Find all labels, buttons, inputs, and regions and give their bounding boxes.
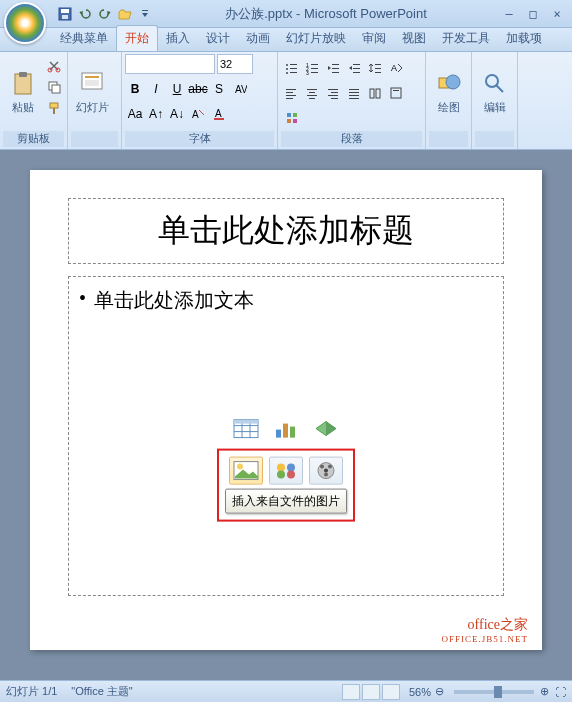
svg-rect-10 — [50, 103, 58, 108]
align-text-icon[interactable] — [386, 83, 406, 103]
insert-smartart-icon[interactable] — [309, 415, 343, 443]
italic-icon[interactable]: I — [146, 79, 166, 99]
title-placeholder[interactable]: 单击此处添加标题 — [68, 198, 504, 264]
tab-review[interactable]: 审阅 — [354, 26, 394, 51]
fit-window-icon[interactable]: ⛶ — [555, 686, 566, 698]
svg-rect-37 — [375, 64, 381, 65]
tab-view[interactable]: 视图 — [394, 26, 434, 51]
minimize-button[interactable]: – — [498, 5, 520, 23]
underline-icon[interactable]: U — [167, 79, 187, 99]
undo-icon[interactable] — [76, 5, 94, 23]
line-spacing-icon[interactable] — [365, 58, 385, 78]
text-direction-icon[interactable]: A — [386, 58, 406, 78]
drawing-button[interactable]: 绘图 — [429, 54, 468, 131]
insert-picture-icon[interactable] — [229, 457, 263, 485]
slideshow-view-icon[interactable] — [382, 684, 400, 700]
justify-icon[interactable] — [344, 83, 364, 103]
slide-canvas[interactable]: 单击此处添加标题 单击此处添加文本 插入来自文件的图片 — [30, 170, 542, 650]
decrease-indent-icon[interactable] — [323, 58, 343, 78]
svg-rect-3 — [142, 10, 148, 11]
svg-rect-55 — [349, 95, 359, 96]
convert-smartart-icon[interactable] — [281, 108, 303, 128]
svg-rect-31 — [332, 64, 339, 65]
new-slide-button[interactable]: 幻灯片 — [71, 54, 113, 131]
svg-rect-13 — [85, 76, 99, 78]
font-size-combo[interactable] — [217, 54, 253, 74]
ribbon-tabs: 经典菜单 开始 插入 设计 动画 幻灯片放映 审阅 视图 开发工具 加载项 — [0, 28, 572, 52]
clipboard-label: 剪贴板 — [3, 131, 64, 147]
svg-text:A: A — [192, 109, 199, 120]
zoom-out-icon[interactable]: ⊖ — [435, 685, 444, 698]
format-painter-icon[interactable] — [44, 98, 64, 118]
bold-icon[interactable]: B — [125, 79, 145, 99]
shrink-font-icon[interactable]: A↓ — [167, 104, 187, 124]
close-button[interactable]: × — [546, 5, 568, 23]
numbering-icon[interactable]: 123 — [302, 58, 322, 78]
align-center-icon[interactable] — [302, 83, 322, 103]
tab-developer[interactable]: 开发工具 — [434, 26, 498, 51]
strikethrough-icon[interactable]: abc — [188, 79, 208, 99]
sorter-view-icon[interactable] — [362, 684, 380, 700]
slide-workspace: 单击此处添加标题 单击此处添加文本 插入来自文件的图片 — [0, 150, 572, 680]
tab-classic-menu[interactable]: 经典菜单 — [52, 26, 116, 51]
bullets-icon[interactable] — [281, 58, 301, 78]
insert-table-icon[interactable] — [229, 415, 263, 443]
clear-format-icon[interactable]: A — [188, 104, 208, 124]
svg-rect-33 — [332, 72, 339, 73]
svg-point-23 — [286, 72, 288, 74]
insert-chart-icon[interactable] — [269, 415, 303, 443]
maximize-button[interactable]: □ — [522, 5, 544, 23]
font-group-label: 字体 — [125, 131, 274, 147]
insert-clipart-icon[interactable] — [269, 457, 303, 485]
cut-icon[interactable] — [44, 56, 64, 76]
font-name-combo[interactable] — [125, 54, 215, 74]
svg-rect-50 — [331, 92, 338, 93]
char-spacing-icon[interactable]: AV — [230, 79, 250, 99]
svg-rect-22 — [290, 68, 297, 69]
save-icon[interactable] — [56, 5, 74, 23]
normal-view-icon[interactable] — [342, 684, 360, 700]
columns-icon[interactable] — [365, 83, 385, 103]
zoom-in-icon[interactable]: ⊕ — [540, 685, 549, 698]
svg-rect-5 — [19, 72, 27, 77]
theme-name: "Office 主题" — [71, 684, 132, 699]
qat-dropdown-icon[interactable] — [136, 5, 154, 23]
svg-rect-28 — [311, 68, 318, 69]
open-icon[interactable] — [116, 5, 134, 23]
svg-rect-11 — [53, 108, 55, 114]
svg-text:A: A — [391, 63, 397, 73]
tab-design[interactable]: 设计 — [198, 26, 238, 51]
redo-icon[interactable] — [96, 5, 114, 23]
tab-animation[interactable]: 动画 — [238, 26, 278, 51]
office-button[interactable] — [4, 2, 46, 44]
shadow-icon[interactable]: S — [209, 79, 229, 99]
svg-rect-52 — [331, 98, 338, 99]
insert-media-icon[interactable] — [309, 457, 343, 485]
editing-button[interactable]: 编辑 — [475, 54, 514, 131]
font-color-icon[interactable]: A — [209, 104, 229, 124]
change-case-icon[interactable]: Aa — [125, 104, 145, 124]
window-controls: – □ × — [498, 5, 568, 23]
svg-rect-24 — [290, 72, 297, 73]
tab-slideshow[interactable]: 幻灯片放映 — [278, 26, 354, 51]
svg-rect-30 — [311, 72, 318, 73]
grow-font-icon[interactable]: A↑ — [146, 104, 166, 124]
zoom-slider[interactable] — [454, 690, 534, 694]
paste-button[interactable]: 粘贴 — [3, 54, 42, 131]
svg-rect-41 — [286, 89, 296, 90]
align-left-icon[interactable] — [281, 83, 301, 103]
tab-home[interactable]: 开始 — [116, 25, 158, 51]
svg-rect-14 — [85, 80, 99, 86]
svg-rect-53 — [349, 89, 359, 90]
watermark: office之家 OFFICE.JB51.NET — [441, 616, 528, 644]
svg-rect-63 — [287, 119, 291, 123]
increase-indent-icon[interactable] — [344, 58, 364, 78]
copy-icon[interactable] — [44, 77, 64, 97]
svg-rect-51 — [328, 95, 338, 96]
content-placeholder[interactable]: 单击此处添加文本 插入来自文件的图片 — [68, 276, 504, 596]
svg-point-85 — [328, 465, 332, 469]
tab-insert[interactable]: 插入 — [158, 26, 198, 51]
align-right-icon[interactable] — [323, 83, 343, 103]
tab-addins[interactable]: 加载项 — [498, 26, 550, 51]
ribbon-group-drawing: 绘图 — [426, 52, 472, 149]
